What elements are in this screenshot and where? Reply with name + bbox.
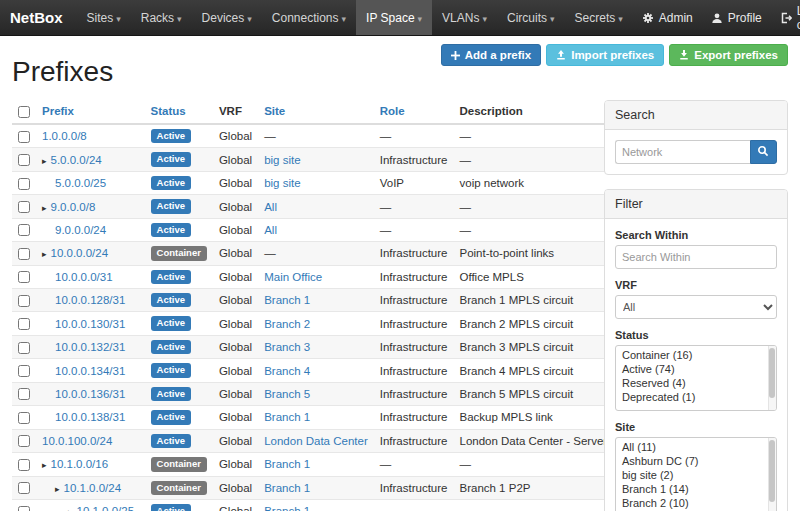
prefix-link[interactable]: 10.0.0.0/24 <box>51 247 109 259</box>
prefix-link[interactable]: 10.1.0.0/25 <box>77 505 135 511</box>
add-prefix-button[interactable]: Add a prefix <box>441 44 541 66</box>
column-header-role[interactable]: Role <box>380 105 405 117</box>
prefix-link[interactable]: 10.1.0.0/24 <box>64 482 122 494</box>
site-link[interactable]: Branch 2 <box>264 318 310 330</box>
row-checkbox[interactable] <box>18 224 30 236</box>
chevron-down-icon: ▾ <box>618 14 623 24</box>
column-header-status[interactable]: Status <box>151 105 186 117</box>
row-checkbox[interactable] <box>18 435 30 447</box>
row-checkbox[interactable] <box>18 154 30 166</box>
row-checkbox[interactable] <box>18 412 30 424</box>
row-checkbox[interactable] <box>18 388 30 400</box>
listbox-option[interactable]: big site (2) <box>616 468 776 482</box>
nav-item-vlans[interactable]: VLANs▾ <box>432 0 497 35</box>
site-link[interactable]: Branch 4 <box>264 365 310 377</box>
prefix-link[interactable]: 10.0.0.134/31 <box>55 365 125 377</box>
nav-item-sites[interactable]: Sites▾ <box>77 0 131 35</box>
site-link[interactable]: Branch 1 <box>264 505 310 511</box>
status-listbox[interactable]: Container (16)Active (74)Reserved (4)Dep… <box>615 345 777 411</box>
row-checkbox[interactable] <box>18 365 30 377</box>
scrollbar[interactable] <box>768 438 776 511</box>
row-checkbox[interactable] <box>18 178 30 190</box>
site-link[interactable]: big site <box>264 177 300 189</box>
listbox-option[interactable]: Branch 1 (14) <box>616 482 776 496</box>
prefix-link[interactable]: 10.0.0.0/31 <box>55 271 113 283</box>
listbox-option[interactable]: Active (74) <box>616 362 776 376</box>
listbox-option[interactable]: Branch 2 (10) <box>616 496 776 510</box>
prefix-link[interactable]: 10.0.0.128/31 <box>55 294 125 306</box>
listbox-option[interactable]: Container (16) <box>616 348 776 362</box>
listbox-option[interactable]: Reserved (4) <box>616 376 776 390</box>
site-listbox[interactable]: All (11)Ashburn DC (7)big site (2)Branch… <box>615 437 777 511</box>
search-button[interactable] <box>750 140 777 164</box>
listbox-option[interactable]: Deprecated (1) <box>616 390 776 404</box>
prefix-link[interactable]: 9.0.0.0/24 <box>55 224 106 236</box>
nav-item-ip-space[interactable]: IP Space▾ <box>356 0 432 35</box>
site-cell: Branch 5 <box>258 382 374 405</box>
prefix-link[interactable]: 10.0.0.130/31 <box>55 318 125 330</box>
status-badge: Container <box>151 457 207 471</box>
site-link[interactable]: Branch 1 <box>264 294 310 306</box>
search-within-input[interactable] <box>615 245 777 269</box>
site-link[interactable]: Branch 1 <box>264 411 310 423</box>
search-input[interactable] <box>615 140 750 164</box>
nav-item-circuits[interactable]: Circuits▾ <box>497 0 565 35</box>
table-row: 10.0.0.128/31ActiveGlobalBranch 1Infrast… <box>12 289 659 312</box>
profile-link[interactable]: Profile <box>702 0 771 35</box>
nav-item-racks[interactable]: Racks▾ <box>131 0 192 35</box>
row-checkbox[interactable] <box>18 459 30 471</box>
prefix-link[interactable]: 5.0.0.0/24 <box>51 154 102 166</box>
column-header-site[interactable]: Site <box>264 105 285 117</box>
table-row: 1.0.0.0/8ActiveGlobal——— <box>12 124 659 148</box>
nav-item-connections[interactable]: Connections▾ <box>262 0 356 35</box>
site-link[interactable]: All <box>264 224 277 236</box>
site-link[interactable]: Main Office <box>264 271 322 283</box>
vrf-select[interactable]: All <box>615 295 777 319</box>
column-header-prefix[interactable]: Prefix <box>42 105 74 117</box>
row-checkbox[interactable] <box>18 342 30 354</box>
listbox-option[interactable]: Ashburn DC (7) <box>616 454 776 468</box>
role-cell: Infrastructure <box>374 476 454 499</box>
import-prefixes-button[interactable]: Import prefixes <box>546 44 664 66</box>
brand-logo[interactable]: NetBox <box>10 0 63 35</box>
status-badge: Active <box>151 387 192 401</box>
nav-item-devices[interactable]: Devices▾ <box>192 0 262 35</box>
site-link[interactable]: big site <box>264 154 300 166</box>
site-link[interactable]: Branch 1 <box>264 458 310 470</box>
search-panel-title: Search <box>605 101 787 130</box>
prefix-link[interactable]: 10.1.0.0/16 <box>51 458 109 470</box>
column-header-vrf: VRF <box>219 105 242 117</box>
row-checkbox[interactable] <box>18 318 30 330</box>
nav-item-secrets[interactable]: Secrets▾ <box>565 0 633 35</box>
row-checkbox[interactable] <box>18 271 30 283</box>
row-checkbox[interactable] <box>18 482 30 494</box>
export-prefixes-button[interactable]: Export prefixes <box>669 44 788 66</box>
sidebar: Search <box>604 100 788 511</box>
prefix-link[interactable]: 10.0.100.0/24 <box>42 435 112 447</box>
admin-link[interactable]: Admin <box>633 0 702 35</box>
select-all-checkbox[interactable] <box>18 106 30 118</box>
logout-link[interactable]: Log out <box>771 0 800 35</box>
prefix-link[interactable]: 10.0.0.138/31 <box>55 411 125 423</box>
row-checkbox[interactable] <box>18 506 30 511</box>
row-checkbox[interactable] <box>18 131 30 143</box>
row-checkbox[interactable] <box>18 248 30 260</box>
chevron-down-icon: ▾ <box>342 14 347 24</box>
prefix-link[interactable]: 10.0.0.132/31 <box>55 341 125 353</box>
site-link[interactable]: Branch 3 <box>264 341 310 353</box>
site-link[interactable]: London Data Center <box>264 435 368 447</box>
site-link[interactable]: Branch 1 <box>264 482 310 494</box>
site-link[interactable]: Branch 5 <box>264 388 310 400</box>
listbox-option[interactable]: All (11) <box>616 440 776 454</box>
prefix-link[interactable]: 10.0.0.136/31 <box>55 388 125 400</box>
table-row: 10.0.0.138/31ActiveGlobalBranch 1Infrast… <box>12 406 659 429</box>
prefix-link[interactable]: 1.0.0.0/8 <box>42 130 87 142</box>
prefix-link[interactable]: 5.0.0.0/25 <box>55 177 106 189</box>
scrollbar[interactable] <box>768 346 776 410</box>
chevron-down-icon: ▾ <box>247 14 252 24</box>
row-checkbox[interactable] <box>18 201 30 213</box>
prefix-link[interactable]: 9.0.0.0/8 <box>51 201 96 213</box>
role-cell: — <box>374 218 454 241</box>
site-link[interactable]: All <box>264 201 277 213</box>
row-checkbox[interactable] <box>18 295 30 307</box>
